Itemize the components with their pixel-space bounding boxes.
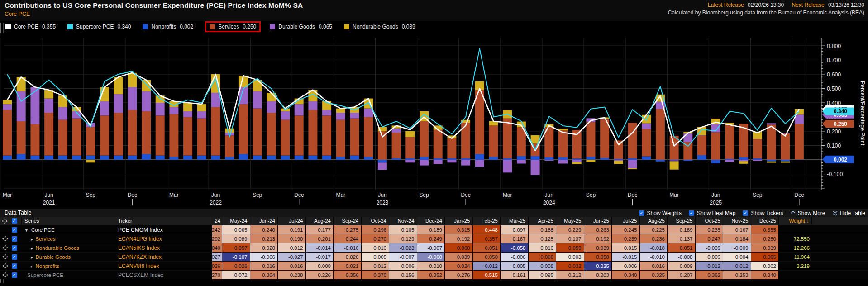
column-header-nov-25[interactable]: Nov-25 (723, 217, 751, 225)
bar-segment-services[interactable] (72, 119, 81, 156)
bar-segment-durable-goods[interactable] (405, 160, 415, 162)
expand-arrow-icon[interactable]: ▸ (31, 264, 33, 269)
column-header-weight[interactable]: Weight ↓ (779, 217, 812, 225)
bar-segment-durable-goods[interactable] (211, 93, 220, 107)
bar-segment-services[interactable] (169, 114, 178, 157)
bar-segment-durable-goods[interactable] (350, 113, 359, 119)
bar-segment-nonprofits[interactable] (128, 156, 137, 160)
bar-segment-nonprofits[interactable] (295, 156, 304, 160)
line-supercore-pce[interactable] (7, 48, 799, 149)
control-show-tickers[interactable]: ✓Show Tickers (743, 210, 783, 216)
column-header-jun-24[interactable]: Jun-24 (250, 217, 278, 225)
bar-segment-services[interactable] (489, 125, 498, 157)
bar-segment-services[interactable] (267, 113, 276, 155)
bar-segment-services[interactable] (558, 130, 568, 157)
legend-item-supercore-pce[interactable]: Supercore PCE0.340 (67, 24, 131, 30)
bar-segment-nonprofits[interactable] (86, 156, 95, 160)
bar-segment-nonprofits[interactable] (420, 157, 429, 160)
bar-segment-services[interactable] (795, 124, 804, 160)
bar-segment-services[interactable] (670, 136, 679, 160)
row-checkbox-cell[interactable]: ✓ (10, 272, 22, 278)
column-header-aug-25[interactable]: Aug-25 (640, 217, 668, 225)
bar-segment-services[interactable] (322, 115, 331, 155)
checkbox-checked-icon[interactable]: ✓ (743, 210, 748, 216)
row-move-handle[interactable] (0, 245, 10, 251)
bar-segment-durable-goods[interactable] (600, 119, 609, 120)
bar-segment-services[interactable] (420, 121, 429, 157)
bar-segment-nonprofits[interactable] (503, 158, 512, 160)
bar-segment-durable-goods[interactable] (197, 111, 206, 119)
bar-segment-services[interactable] (767, 124, 776, 160)
row-move-handle[interactable] (0, 254, 10, 260)
control-show-weights[interactable]: ✓Show Weights (639, 210, 682, 216)
checkbox-checked-icon[interactable]: ✓ (12, 272, 17, 278)
bar-segment-services[interactable] (697, 136, 706, 155)
bar-segment-durable-goods[interactable] (725, 160, 734, 162)
column-header-partial-month[interactable]: 24 (212, 217, 222, 225)
bar-segment-nonprofits[interactable] (322, 156, 331, 160)
bar-segment-services[interactable] (253, 109, 262, 156)
bar-segment-services[interactable] (447, 138, 456, 158)
bar-segment-services[interactable] (475, 90, 484, 154)
row-move-handle[interactable] (0, 272, 10, 278)
checkbox-checked-icon[interactable]: ✓ (12, 263, 17, 269)
bar-segment-nonprofits[interactable] (169, 157, 178, 160)
bar-segment-durable-goods[interactable] (475, 160, 484, 167)
bar-segment-durable-goods[interactable] (392, 129, 401, 133)
bar-segment-nonprofits[interactable] (586, 157, 595, 160)
bar-segment-services[interactable] (58, 120, 67, 156)
column-header-dec-25[interactable]: Dec-25 (751, 217, 779, 225)
bar-segment-durable-goods[interactable] (753, 160, 762, 161)
bar-segment-nonprofits[interactable] (600, 158, 609, 160)
bar-segment-durable-goods[interactable] (531, 160, 540, 175)
bar-segment-nonprofits[interactable] (183, 156, 192, 160)
bar-segment-nonprofits[interactable] (30, 156, 39, 160)
expand-arrow-icon[interactable]: ▸ (31, 237, 33, 242)
bar-segment-services[interactable] (100, 115, 109, 155)
bar-segment-services[interactable] (239, 104, 248, 154)
bar-segment-nonprofits[interactable] (475, 154, 484, 160)
bar-segment-nondurable-goods[interactable] (614, 161, 623, 164)
bar-segment-durable-goods[interactable] (697, 135, 706, 136)
move-row-icon[interactable] (2, 236, 8, 242)
bar-segment-durable-goods[interactable] (572, 160, 582, 162)
bar-segment-durable-goods[interactable] (253, 91, 262, 109)
bar-segment-durable-goods[interactable] (183, 111, 192, 117)
bar-segment-nonprofits[interactable] (739, 157, 748, 160)
row-move-handle[interactable] (0, 236, 10, 242)
bar-segment-durable-goods[interactable] (642, 124, 651, 129)
bar-segment-durable-goods[interactable] (156, 103, 165, 115)
checkbox-checked-icon[interactable]: ✓ (12, 254, 17, 260)
column-header-nov-24[interactable]: Nov-24 (389, 217, 417, 225)
legend-item-core-pce[interactable]: Core PCE0.355 (5, 24, 56, 30)
bar-segment-durable-goods[interactable] (295, 104, 304, 115)
bar-segment-nonprofits[interactable] (642, 156, 651, 160)
bar-segment-services[interactable] (86, 127, 95, 156)
checkbox-checked-icon[interactable]: ✓ (12, 245, 17, 251)
bar-segment-nonprofits[interactable] (211, 156, 220, 160)
column-header-jul-25[interactable]: Jul-25 (612, 217, 640, 225)
bar-segment-services[interactable] (711, 133, 720, 160)
bar-segment-durable-goods[interactable] (30, 87, 39, 124)
expand-arrow-icon[interactable]: ▸ (31, 255, 33, 260)
bar-segment-nonprofits[interactable] (781, 160, 790, 162)
bar-segment-durable-goods[interactable] (447, 160, 456, 162)
legend-item-services[interactable]: Services0.250 (205, 21, 261, 32)
bar-segment-services[interactable] (183, 117, 192, 156)
bar-segment-nonprofits[interactable] (58, 156, 67, 160)
column-header-sep-25[interactable]: Sep-25 (668, 217, 696, 225)
bar-segment-nonprofits[interactable] (683, 160, 692, 161)
bar-segment-services[interactable] (30, 124, 39, 155)
bar-segment-nonprofits[interactable] (725, 159, 734, 160)
checkbox-checked-icon[interactable]: ✓ (12, 218, 17, 224)
bar-segment-nonprofits[interactable] (767, 160, 776, 162)
bar-segment-durable-goods[interactable] (44, 99, 53, 113)
bar-segment-services[interactable] (600, 119, 609, 158)
move-row-icon[interactable] (2, 254, 8, 260)
column-header-sep-24[interactable]: Sep-24 (334, 217, 362, 225)
bar-segment-durable-goods[interactable] (628, 160, 637, 168)
bar-segment-services[interactable] (17, 121, 26, 154)
bar-segment-nonprofits[interactable] (461, 158, 470, 160)
collapse-arrow-icon[interactable]: ▼ (24, 228, 29, 233)
bar-segment-durable-goods[interactable] (142, 91, 151, 111)
